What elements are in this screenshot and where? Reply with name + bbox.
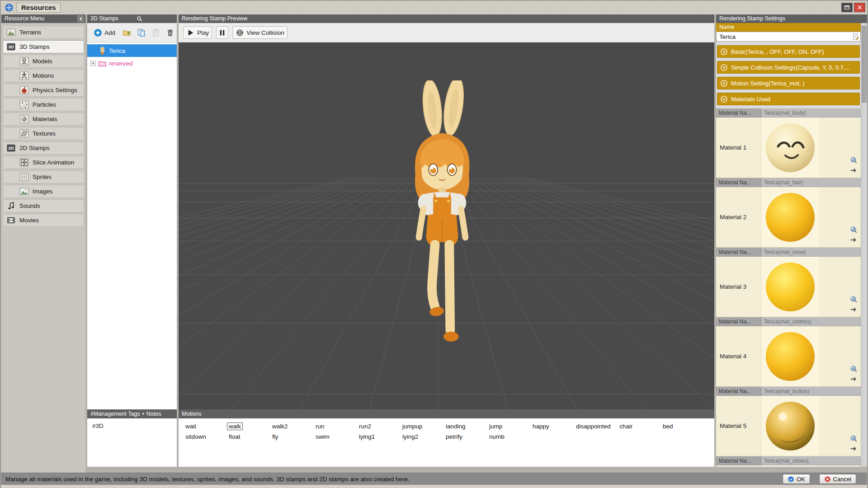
material-sphere-preview xyxy=(761,117,819,178)
section-basic[interactable]: Basic(Terica, , OFF, OFF, ON, OFF) xyxy=(717,45,860,58)
collapse-panel-button[interactable] xyxy=(77,15,84,22)
motion-item-walk[interactable]: walk xyxy=(223,422,266,432)
menu-item-motions[interactable]: Motions xyxy=(3,69,84,82)
motion-item-float[interactable]: float xyxy=(223,432,266,443)
menu-item-movies[interactable]: Movies xyxy=(3,214,84,227)
motion-item-happy[interactable]: happy xyxy=(527,422,570,432)
goto-arrow-icon[interactable] xyxy=(849,375,858,383)
material-sphere-preview xyxy=(761,257,819,317)
material-row[interactable] xyxy=(716,465,861,467)
material-texture-header: Terica(mat_nose) xyxy=(761,248,861,257)
material-ball-icon[interactable] xyxy=(849,365,858,373)
expand-plus-icon[interactable] xyxy=(90,60,96,66)
material-row[interactable]: Material 5 xyxy=(716,396,861,456)
menu-item-particles[interactable]: Particles xyxy=(3,98,84,111)
close-button[interactable] xyxy=(854,3,865,12)
material-ball-icon[interactable] xyxy=(849,295,858,303)
motion-item-chair[interactable]: chair xyxy=(613,422,657,432)
goto-arrow-icon[interactable] xyxy=(849,166,858,174)
menu-item-sprites[interactable]: Sprites xyxy=(3,170,84,183)
paste-button[interactable] xyxy=(150,26,162,39)
motion-item-lying1[interactable]: lying1 xyxy=(353,432,396,443)
play-button[interactable]: Play xyxy=(183,26,212,39)
material-ball-icon[interactable] xyxy=(849,225,858,234)
menu-item-textures[interactable]: Textures xyxy=(3,127,84,140)
scrollbar-thumb[interactable] xyxy=(862,26,867,103)
search-icon[interactable] xyxy=(136,15,143,22)
settings-panel: Rendering Stamp Settings Name Basic(Teri… xyxy=(716,14,867,467)
menu-item-sounds[interactable]: Sounds xyxy=(3,199,84,212)
material-block: Material Na...Terica(mat_clothes)Materia… xyxy=(716,317,861,387)
motion-item-run2[interactable]: run2 xyxy=(353,422,396,432)
preview-toolbar: Play View Collision xyxy=(179,23,714,42)
view-collision-button[interactable]: View Collision xyxy=(232,26,288,39)
settings-scrollbar[interactable] xyxy=(861,23,867,467)
material-actions xyxy=(819,117,861,178)
goto-arrow-icon[interactable] xyxy=(849,236,858,244)
motion-item-disappointed[interactable]: disappointed xyxy=(570,422,613,432)
chevron-circle-right-icon xyxy=(720,64,728,71)
section-motion-setting[interactable]: Motion Setting(Terica_mot, ) xyxy=(717,77,860,89)
menu-item-label: Textures xyxy=(33,130,56,137)
motion-label: wait xyxy=(184,422,198,430)
menu-item-3d-stamps[interactable]: 3D3D Stamps xyxy=(3,40,84,53)
section-simple-collision-settings[interactable]: Simple Collision Settings(Capsule, Y, 0,… xyxy=(717,61,860,74)
material-ball-icon[interactable] xyxy=(849,434,858,442)
material-row[interactable]: Material 4 xyxy=(716,326,861,387)
material-name-column-header: Material Na... xyxy=(716,108,761,117)
goto-arrow-icon[interactable] xyxy=(849,305,858,314)
motion-item-wait[interactable]: wait xyxy=(179,422,223,432)
material-row[interactable]: Material 2 xyxy=(716,187,861,248)
main-area: Resource Menu Terrains3D3D StampsModelsM… xyxy=(1,14,867,473)
material-ball-icon[interactable] xyxy=(849,156,858,164)
material-row[interactable]: Material 1 xyxy=(716,117,861,178)
motion-item-sitdown[interactable]: sitdown xyxy=(179,432,223,443)
motion-label: walk xyxy=(227,422,243,430)
preview-viewport[interactable] xyxy=(179,42,714,409)
pause-button[interactable] xyxy=(216,26,228,39)
motion-item-bed[interactable]: bed xyxy=(657,422,700,432)
float-window-button[interactable] xyxy=(841,3,853,12)
copy-button[interactable] xyxy=(135,26,147,39)
material-sphere-preview xyxy=(761,326,819,386)
menu-item-terrains[interactable]: Terrains xyxy=(3,26,84,39)
motion-item-petrify[interactable]: petrify xyxy=(440,432,483,443)
section-materials-used[interactable]: Materials Used xyxy=(717,93,860,105)
menu-item-materials[interactable]: Materials xyxy=(3,113,84,126)
tree-item-reserved[interactable]: reserved xyxy=(87,57,177,70)
motion-item-swim[interactable]: swim xyxy=(310,432,353,443)
cancel-button[interactable]: Cancel xyxy=(819,474,856,484)
menu-item-slice-animation[interactable]: Slice Animation xyxy=(3,156,84,169)
edit-field-icon[interactable] xyxy=(852,33,859,40)
material-row[interactable]: Material 3 xyxy=(716,257,861,317)
sounds-icon xyxy=(6,201,16,211)
new-folder-button[interactable] xyxy=(121,26,133,39)
menu-item-physics-settings[interactable]: Physics Settings xyxy=(3,84,84,97)
menu-item-images[interactable]: Images xyxy=(3,185,84,198)
tree-item-terica[interactable]: Terica xyxy=(87,44,177,57)
goto-arrow-icon[interactable] xyxy=(849,445,858,453)
name-label: Name xyxy=(716,23,861,32)
menu-item-models[interactable]: Models xyxy=(3,55,84,68)
add-stamp-button[interactable]: Add xyxy=(90,26,118,39)
motion-item-jumpup[interactable]: jumpup xyxy=(396,422,440,432)
motion-row: sitdownfloatflyswimlying1lying2petrifynu… xyxy=(179,432,714,443)
menu-item-label: Terrains xyxy=(19,29,41,36)
motion-item-fly[interactable]: fly xyxy=(266,432,310,443)
menu-item-label: Materials xyxy=(33,116,57,122)
titlebar[interactable]: Resources xyxy=(1,1,867,14)
motion-item-landing[interactable]: landing xyxy=(440,422,483,432)
menu-item-2d-stamps[interactable]: 2D2D Stamps xyxy=(3,141,84,155)
tags-notes-area[interactable]: #3D xyxy=(87,418,177,467)
motion-item-lying2[interactable]: lying2 xyxy=(396,432,440,443)
motion-item-walk2[interactable]: walk2 xyxy=(266,422,310,432)
motion-item-run[interactable]: run xyxy=(310,422,353,432)
ok-button[interactable]: OK xyxy=(783,474,810,484)
motion-item-numb[interactable]: numb xyxy=(483,432,527,443)
delete-button[interactable] xyxy=(164,26,176,39)
stamps-panel-title: 3D Stamps xyxy=(90,15,118,22)
name-input[interactable] xyxy=(716,32,861,42)
motion-item-jump[interactable]: jump xyxy=(483,422,527,432)
window-resize-edge[interactable] xyxy=(1,485,867,488)
chevron-circle-right-icon xyxy=(720,80,728,87)
